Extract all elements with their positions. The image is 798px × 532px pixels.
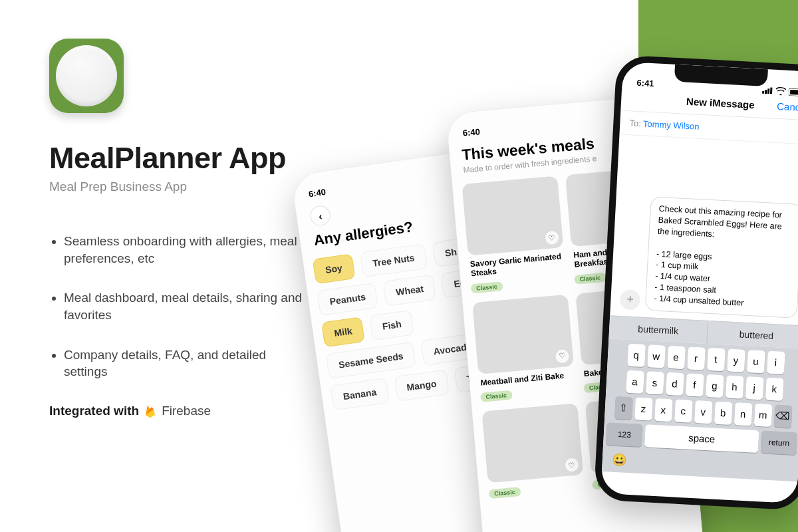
key[interactable]: a — [626, 370, 644, 394]
emoji-button[interactable]: 😀 — [611, 452, 626, 467]
key[interactable]: y — [727, 348, 745, 372]
key[interactable]: q — [627, 344, 646, 367]
meal-image: ♡ — [481, 403, 583, 483]
key[interactable]: d — [666, 372, 684, 396]
svg-rect-0 — [762, 91, 764, 94]
favorite-icon[interactable]: ♡ — [565, 458, 579, 473]
integrated-label: Integrated with — [49, 404, 139, 418]
allergy-chip[interactable]: Sesame Seeds — [326, 342, 416, 379]
svg-rect-3 — [770, 87, 773, 94]
meal-image: ♡ — [472, 295, 574, 374]
key[interactable]: n — [733, 402, 752, 426]
firebase-icon — [144, 403, 156, 419]
integration-line: Integrated with Firebase — [49, 403, 355, 419]
app-title: MealPlanner App — [49, 141, 355, 176]
meal-card[interactable]: ♡Meatball and Ziti BakeClassic — [472, 295, 577, 402]
phone-mockups: 6:40 ‹ Any allergies? SoyTree NutsShPean… — [313, 66, 798, 532]
key[interactable]: e — [667, 346, 686, 369]
allergy-chip[interactable]: Peanuts — [317, 283, 378, 316]
message-input[interactable]: Check out this amazing recipe for Baked … — [645, 196, 798, 319]
keyboard: qwertyui asdfghjk ⇧zxcvbnm⌫ 123 space re… — [602, 338, 798, 481]
allergy-chip[interactable]: Mango — [394, 369, 450, 402]
key-space[interactable]: space — [644, 424, 759, 453]
key[interactable]: s — [646, 371, 664, 394]
key[interactable]: c — [674, 399, 692, 422]
battery-icon — [789, 88, 798, 96]
meal-card[interactable]: ♡Savory Garlic Marinated SteaksClassic — [462, 176, 567, 293]
svg-rect-2 — [767, 88, 769, 94]
favorite-icon[interactable]: ♡ — [545, 231, 559, 245]
meal-image: ♡ — [462, 176, 563, 255]
key-return[interactable]: return — [761, 430, 798, 455]
svg-rect-5 — [790, 89, 798, 94]
allergy-chip[interactable]: Soy — [313, 253, 355, 284]
back-button[interactable]: ‹ — [309, 204, 332, 227]
status-indicators — [762, 86, 798, 96]
status-time: 6:40 — [308, 187, 327, 199]
key[interactable]: g — [706, 374, 724, 398]
key[interactable]: u — [747, 350, 765, 373]
key[interactable]: t — [707, 348, 726, 371]
app-icon — [49, 39, 124, 113]
cancel-button[interactable]: Cancel — [777, 100, 798, 113]
wifi-icon — [775, 87, 787, 96]
key-delete[interactable]: ⌫ — [773, 404, 792, 428]
key[interactable]: z — [634, 397, 653, 420]
key[interactable]: k — [765, 378, 783, 401]
signal-icon — [762, 87, 773, 94]
allergy-chip[interactable]: Tree Nuts — [360, 243, 428, 277]
allergy-chip[interactable]: Milk — [321, 317, 365, 347]
allergy-chip[interactable]: Fish — [370, 310, 414, 340]
key[interactable]: m — [753, 404, 772, 427]
recipient-name: Tommy Wilson — [643, 118, 700, 131]
meal-card[interactable]: ♡Classic — [481, 403, 585, 499]
navbar-title: New iMessage — [664, 94, 777, 112]
key-shift[interactable]: ⇧ — [614, 396, 633, 420]
feature-bullet: Seamless onboarding with allergies, meal… — [64, 233, 303, 267]
allergy-chip[interactable]: Banana — [330, 378, 389, 410]
add-attachment-button[interactable]: + — [620, 289, 641, 311]
allergy-chip[interactable]: Wheat — [383, 275, 437, 307]
svg-rect-1 — [765, 90, 767, 94]
key[interactable]: i — [766, 351, 785, 374]
feature-bullet: Meal dashboard, meal details, sharing an… — [64, 289, 303, 323]
status-time: 6:40 — [462, 126, 480, 138]
key[interactable]: b — [714, 402, 732, 425]
firebase-label: Firebase — [162, 404, 211, 418]
key[interactable]: h — [725, 375, 743, 398]
key[interactable]: x — [654, 398, 673, 422]
meal-badge: Classic — [489, 487, 521, 499]
favorite-icon[interactable]: ♡ — [555, 349, 570, 364]
key[interactable]: w — [647, 344, 666, 368]
meal-badge: Classic — [480, 390, 513, 402]
status-time: 6:41 — [636, 78, 654, 88]
key-numbers[interactable]: 123 — [606, 422, 643, 447]
meal-title: Savory Garlic Marinated Steaks — [469, 251, 564, 279]
key[interactable]: v — [694, 400, 712, 424]
meal-badge: Classic — [471, 281, 503, 293]
feature-bullet: Company details, FAQ, and detailed setti… — [64, 346, 303, 380]
to-label: To: — [629, 118, 641, 128]
meal-badge: Classic — [574, 272, 606, 284]
key[interactable]: f — [686, 373, 704, 396]
phone-share-imessage: 6:41 New iMessage Cancel To: Tommy Wilso… — [594, 55, 798, 511]
key[interactable]: r — [687, 346, 706, 370]
key[interactable]: j — [745, 376, 763, 400]
